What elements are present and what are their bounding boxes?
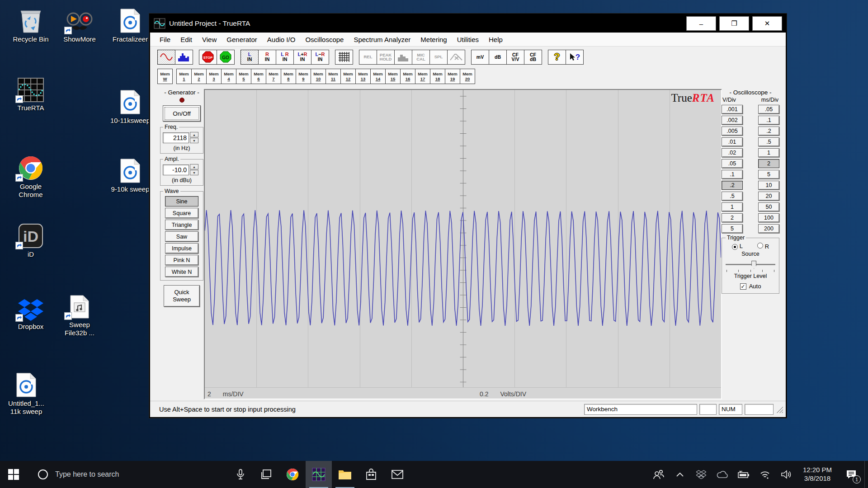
db-button[interactable]: dB <box>489 50 507 65</box>
msdiv-button-p1[interactable]: .1 <box>758 116 779 125</box>
l-minus-r-in-button[interactable]: L−RIN <box>311 50 329 65</box>
vdiv-button-p01[interactable]: .01 <box>722 137 743 146</box>
minimize-button[interactable]: – <box>686 16 716 31</box>
wave-button-pink-n[interactable]: Pink N <box>165 255 198 265</box>
menu-audio-i-o[interactable]: Audio I/O <box>262 33 301 46</box>
wave-button-square[interactable]: Square <box>165 208 198 218</box>
trigger-auto-checkbox[interactable]: ✓ <box>740 283 746 290</box>
quick-sweep-button[interactable]: Quick Sweep <box>164 285 200 307</box>
tray-volume[interactable] <box>775 461 797 488</box>
menu-edit[interactable]: Edit <box>175 33 197 46</box>
menu-utilities[interactable]: Utilities <box>452 33 484 46</box>
trigger-source-left-radio[interactable]: L <box>732 243 743 250</box>
stop-button[interactable]: STOP <box>199 50 217 65</box>
frequency-up-button[interactable]: ▲ <box>190 132 198 137</box>
lr-in-button[interactable]: L RIN <box>276 50 294 65</box>
sine-generator-button[interactable] <box>157 50 175 65</box>
vdiv-button-p002[interactable]: .002 <box>722 116 743 125</box>
taskbar-mail[interactable] <box>384 461 410 488</box>
menu-view[interactable]: View <box>197 33 222 46</box>
msdiv-button-5[interactable]: 5 <box>758 170 779 179</box>
spectrum-button[interactable] <box>175 50 193 65</box>
maximize-button[interactable]: ❐ <box>719 16 749 31</box>
memory-button-8[interactable]: Mem8 <box>281 69 296 84</box>
left-in-button[interactable]: LIN <box>241 50 259 65</box>
desktop-icon-sweep-file32b[interactable]: Sweep File32b ... <box>58 293 101 337</box>
task-view-button[interactable] <box>253 461 279 488</box>
desktop-icon-id[interactable]: iD iD <box>9 222 52 258</box>
grid-button[interactable] <box>335 50 353 65</box>
menu-oscilloscope[interactable]: Oscilloscope <box>300 33 349 46</box>
msdiv-button-50[interactable]: 50 <box>758 202 779 211</box>
microphone-icon[interactable] <box>236 469 245 480</box>
memory-button-6[interactable]: Mem6 <box>251 69 266 84</box>
memory-button-3[interactable]: Mem3 <box>206 69 222 84</box>
action-center-button[interactable]: 1 <box>838 461 864 488</box>
memory-button-14[interactable]: Mem14 <box>370 69 386 84</box>
tray-dropbox[interactable] <box>690 461 712 488</box>
vdiv-button-p001[interactable]: .001 <box>722 105 743 114</box>
amplitude-down-button[interactable]: ▼ <box>190 170 198 175</box>
wave-button-triangle[interactable]: Triangle <box>165 220 198 230</box>
help-button[interactable]: ? <box>548 50 566 65</box>
close-button[interactable]: ✕ <box>752 16 782 31</box>
trigger-source-right-radio[interactable]: R <box>757 243 769 250</box>
taskbar-truerta[interactable] <box>306 461 332 488</box>
desktop-icon-google-chrome[interactable]: Google Chrome <box>9 155 52 198</box>
memory-button-15[interactable]: Mem15 <box>385 69 401 84</box>
desktop-icon-untitled-11k-sweep[interactable]: Untitled_1... 11k sweep <box>5 371 48 415</box>
desktop-icon-fractalizeer[interactable]: Fractalizeer <box>108 7 152 43</box>
mv-button[interactable]: mV <box>471 50 489 65</box>
frequency-input[interactable]: 2118 <box>163 132 189 143</box>
trigger-level-slider[interactable] <box>726 260 775 270</box>
peak-hold-button[interactable]: PEAKHOLD <box>377 50 395 65</box>
vdiv-button-1[interactable]: 1 <box>722 202 743 211</box>
desktop-icon-9-10k-sweep[interactable]: 9-10k sweep <box>108 157 152 193</box>
vdiv-button-p05[interactable]: .05 <box>722 159 743 168</box>
resize-grip[interactable] <box>776 406 783 413</box>
go-button[interactable]: GO <box>217 50 235 65</box>
vdiv-button-5[interactable]: 5 <box>722 224 743 233</box>
cf-vv-button[interactable]: CFV/V <box>506 50 524 65</box>
msdiv-button-200[interactable]: 200 <box>758 224 779 233</box>
vdiv-button-p5[interactable]: .5 <box>722 192 743 201</box>
desktop-icon-10-11ksweep[interactable]: 10-11ksweep <box>108 89 152 125</box>
menu-help[interactable]: Help <box>484 33 508 46</box>
memory-button-12[interactable]: Mem12 <box>340 69 356 84</box>
memory-button-20[interactable]: Mem20 <box>460 69 475 84</box>
generator-onoff-button[interactable]: On/Off <box>163 105 201 122</box>
menu-spectrum-analyzer[interactable]: Spectrum Analyzer <box>349 33 415 46</box>
msdiv-button-10[interactable]: 10 <box>758 181 779 190</box>
memory-button-18[interactable]: Mem18 <box>430 69 445 84</box>
memory-button-16[interactable]: Mem16 <box>400 69 415 84</box>
wave-button-impulse[interactable]: Impulse <box>165 243 198 253</box>
msdiv-button-p2[interactable]: .2 <box>758 127 779 136</box>
tray-onedrive[interactable] <box>712 461 733 488</box>
l-plus-r-in-button[interactable]: L+RIN <box>293 50 311 65</box>
taskbar-store[interactable] <box>358 461 384 488</box>
vdiv-button-p02[interactable]: .02 <box>722 148 743 157</box>
taskbar-file-explorer[interactable] <box>332 461 358 488</box>
right-in-button[interactable]: RIN <box>258 50 276 65</box>
taskbar-chrome[interactable] <box>279 461 306 488</box>
msdiv-button-2[interactable]: 2 <box>758 159 779 168</box>
slider-thumb[interactable] <box>751 261 756 269</box>
memory-button-9[interactable]: Mem9 <box>296 69 311 84</box>
vdiv-button-p1[interactable]: .1 <box>722 170 743 179</box>
wave-button-saw[interactable]: Saw <box>165 231 198 242</box>
vdiv-button-p005[interactable]: .005 <box>722 127 743 136</box>
menu-generator[interactable]: Generator <box>222 33 262 46</box>
desktop-icon-recycle-bin[interactable]: Recycle Bin <box>9 7 52 43</box>
cf-db-button[interactable]: CFdB <box>524 50 542 65</box>
menu-metering[interactable]: Metering <box>415 33 452 46</box>
context-help-button[interactable]: ? <box>566 50 584 65</box>
msdiv-button-100[interactable]: 100 <box>758 213 779 222</box>
spl-button[interactable]: SPL <box>429 50 448 65</box>
tray-chevron-up[interactable] <box>669 461 690 488</box>
mic-cal-button[interactable]: MICCAL <box>412 50 430 65</box>
memory-button-w[interactable]: MemW <box>157 69 173 84</box>
x-curve-button[interactable] <box>447 50 465 65</box>
desktop-icon-dropbox[interactable]: Dropbox <box>9 295 52 331</box>
workbench-field[interactable]: Workbench <box>584 404 697 415</box>
msdiv-button-1[interactable]: 1 <box>758 148 779 157</box>
